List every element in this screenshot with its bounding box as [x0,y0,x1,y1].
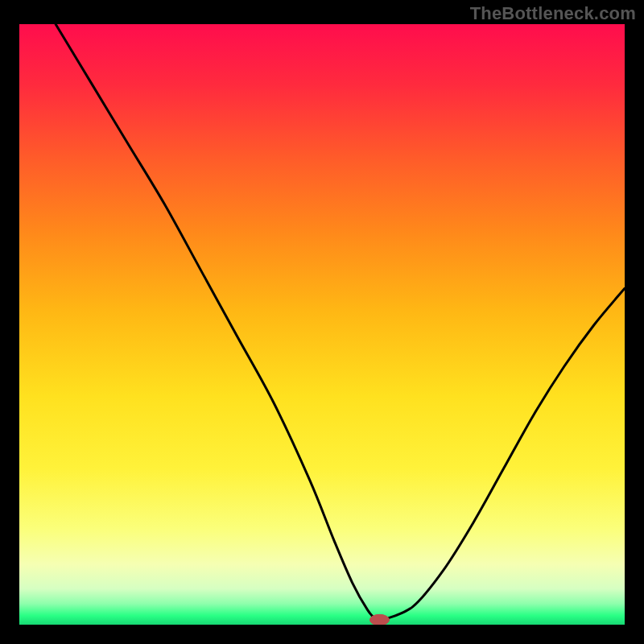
chart-frame: TheBottleneck.com [0,0,644,644]
plot-area [19,24,625,625]
bottleneck-chart [19,24,625,625]
watermark-text: TheBottleneck.com [470,3,636,24]
optimal-marker [369,614,389,625]
